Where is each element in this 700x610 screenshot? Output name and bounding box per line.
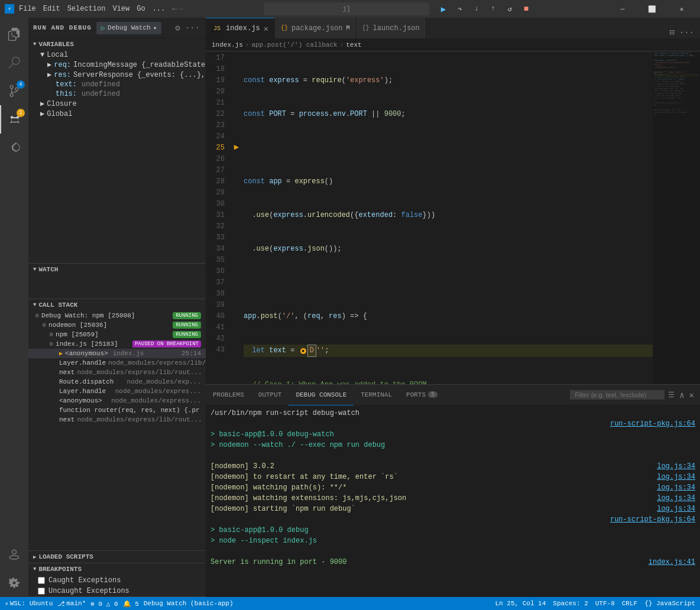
status-eol[interactable]: CRLF xyxy=(622,600,637,607)
call-stack-route[interactable]: Route.dispatch node_modules/exp... xyxy=(28,377,206,387)
debug-badge: 1 xyxy=(17,109,25,117)
panel-chevron-up[interactable]: ∧ xyxy=(678,389,685,401)
menu-file[interactable]: File xyxy=(19,5,36,13)
call-stack-layer2[interactable]: Layer.handle node_modules/expres... xyxy=(28,387,206,396)
status-debug-session[interactable]: Debug Watch (basic-app) xyxy=(144,600,234,607)
menu-more[interactable]: ... xyxy=(153,5,166,13)
link-log3[interactable]: log.js:34 xyxy=(657,482,695,493)
call-stack-router[interactable]: function router(req, res, next) {.pr xyxy=(28,405,206,415)
tab-index-js[interactable]: JS index.js ✕ xyxy=(206,18,275,38)
line-19 xyxy=(244,142,653,154)
debug-config-select[interactable]: ▷ Debug Watch ▾ xyxy=(96,22,161,34)
nav-back[interactable]: ← xyxy=(172,4,177,14)
local-group[interactable]: ▼ Local xyxy=(28,50,206,60)
step-into-button[interactable]: ↓ xyxy=(469,2,484,16)
step-out-button[interactable]: ↑ xyxy=(486,2,500,16)
watch-header[interactable]: ▼ WATCH xyxy=(28,264,206,275)
activity-search[interactable] xyxy=(0,48,28,77)
menu-go[interactable]: Go xyxy=(137,5,145,13)
breakpoints-header[interactable]: ▼ BREAKPOINTS xyxy=(28,563,206,575)
breadcrumb-func[interactable]: app.post('/') callback xyxy=(251,41,337,48)
code-content[interactable]: const express = require('express'); cons… xyxy=(244,51,653,384)
status-spaces[interactable]: Spaces: 2 xyxy=(553,600,588,607)
status-language[interactable]: {} JavaScript xyxy=(644,600,695,607)
debug-more-btn[interactable]: ··· xyxy=(184,22,201,34)
var-this[interactable]: this: undefined xyxy=(28,89,206,99)
call-stack-indexjs[interactable]: ⚙ index.js [25183] PAUSED ON BREAKPOINT xyxy=(28,339,206,349)
link-run-script2[interactable]: run-script-pkg.js:64 xyxy=(610,514,695,525)
tab-terminal[interactable]: TERMINAL xyxy=(354,385,399,405)
closure-group[interactable]: ▶ Closure xyxy=(28,99,206,109)
uncaught-exceptions-checkbox[interactable] xyxy=(38,588,45,595)
panel-close[interactable]: ✕ xyxy=(688,389,695,401)
activity-explorer[interactable] xyxy=(0,20,28,48)
global-group[interactable]: ▶ Global xyxy=(28,109,206,119)
call-stack-next1[interactable]: next node_modules/express/lib/rout... xyxy=(28,368,206,377)
call-stack-npm[interactable]: ⚙ npm [25059] RUNNING xyxy=(28,330,206,339)
call-stack-next2[interactable]: next node_modules/express/lib/rout... xyxy=(28,415,206,424)
maximize-button[interactable]: ⬜ xyxy=(639,0,666,18)
tab-debug-console[interactable]: DEBUG CONSOLE xyxy=(289,385,354,405)
tab-problems[interactable]: PROBLEMS xyxy=(206,385,251,405)
loaded-scripts-header[interactable]: ▶ LOADED SCRIPTS xyxy=(28,551,206,563)
link-log2[interactable]: log.js:34 xyxy=(657,472,695,482)
breadcrumb-var[interactable]: text xyxy=(346,41,361,48)
call-stack-anon[interactable]: ▶ <anonymous> index.js 25:14 xyxy=(28,349,206,358)
tab-launch-json[interactable]: {} launch.json xyxy=(357,18,426,38)
restart-button[interactable]: ↺ xyxy=(503,2,517,16)
console-line-3: > nodemon --watch ./ --exec npm run debu… xyxy=(210,440,695,450)
var-text[interactable]: text: undefined xyxy=(28,80,206,89)
continue-button[interactable]: ▶ xyxy=(436,2,451,16)
status-cursor[interactable]: Ln 25, Col 14 xyxy=(495,600,546,607)
link-log5[interactable]: log.js:34 xyxy=(657,504,695,514)
tab-output[interactable]: OUTPUT xyxy=(251,385,289,405)
call-stack-header[interactable]: ▼ CALL STACK xyxy=(28,299,206,311)
tab-package-json[interactable]: {} package.json M xyxy=(275,18,356,38)
minimize-button[interactable]: — xyxy=(609,0,636,18)
var-req[interactable]: ▶ req: IncomingMessage {_readableState: … xyxy=(28,60,206,70)
link-log4[interactable]: log.js:34 xyxy=(657,493,695,504)
status-wsl[interactable]: ⚡ WSL: Ubuntu xyxy=(5,600,53,608)
filter-input[interactable] xyxy=(570,390,665,400)
status-notifications[interactable]: 🔔 5 xyxy=(123,600,139,608)
call-stack-layer1[interactable]: Layer.handle node_modules/express/lib/ro… xyxy=(28,358,206,368)
more-actions-btn[interactable]: ··· xyxy=(678,27,695,38)
link-index[interactable]: index.js:41 xyxy=(649,557,695,567)
step-over-button[interactable]: ↷ xyxy=(453,2,467,16)
link-log1[interactable]: log.js:34 xyxy=(657,461,695,472)
activity-source-control[interactable]: 4 xyxy=(0,77,28,105)
menu-edit[interactable]: Edit xyxy=(43,5,60,13)
activity-extensions[interactable] xyxy=(0,134,28,162)
stop-button[interactable]: ■ xyxy=(519,2,533,16)
menu-view[interactable]: View xyxy=(112,5,129,13)
call-stack-nodemon[interactable]: ⚙ nodemon [25036] RUNNING xyxy=(28,320,206,330)
debug-settings-btn[interactable]: ⚙ xyxy=(174,22,181,34)
menu-selection[interactable]: Selection xyxy=(67,5,106,13)
status-git[interactable]: ⎇ main* xyxy=(57,600,86,608)
tab-close-index-js[interactable]: ✕ xyxy=(264,24,268,34)
panel-content: /usr/bin/npm run-script debug-watch run-… xyxy=(206,405,700,597)
activity-debug[interactable]: 1 xyxy=(0,105,28,134)
filter-icon[interactable]: ☰ xyxy=(667,390,676,401)
breadcrumb-file[interactable]: index.js xyxy=(212,41,243,48)
activity-accounts[interactable] xyxy=(0,540,28,569)
status-errors[interactable]: ⊗ 0 △ 0 xyxy=(90,600,118,608)
console-line-10: > basic-app@1.0.0 debug xyxy=(210,525,695,536)
caught-exceptions-item[interactable]: Caught Exceptions xyxy=(28,575,206,586)
uncaught-exceptions-item[interactable]: Uncaught Exceptions xyxy=(28,586,206,596)
breadcrumb-sep2: › xyxy=(340,41,344,48)
tab-ports[interactable]: PORTS 5 xyxy=(399,385,445,405)
link-run-script[interactable]: run-script-pkg.js:64 xyxy=(610,418,695,429)
caught-exceptions-checkbox[interactable] xyxy=(38,577,45,584)
variables-header[interactable]: ▼ VARIABLES xyxy=(28,38,206,50)
call-stack-npm-debug[interactable]: ⚙ Debug Watch: npm [25008] RUNNING xyxy=(28,311,206,320)
status-encoding[interactable]: UTF-8 xyxy=(595,600,615,607)
close-button[interactable]: ✕ xyxy=(668,0,695,18)
activity-settings[interactable] xyxy=(0,569,28,597)
var-res[interactable]: ▶ res: ServerResponse {_events: {...}, _… xyxy=(28,70,206,80)
nav-forward[interactable]: → xyxy=(179,4,183,14)
call-stack-anon2[interactable]: <anonymous> node_modules/express... xyxy=(28,396,206,405)
code-editor[interactable]: 17181920 21222324 2526 27282930 31323334… xyxy=(206,51,653,384)
command-palette[interactable]: j] xyxy=(264,2,429,15)
split-editor-btn[interactable]: ⊟ xyxy=(668,26,675,38)
